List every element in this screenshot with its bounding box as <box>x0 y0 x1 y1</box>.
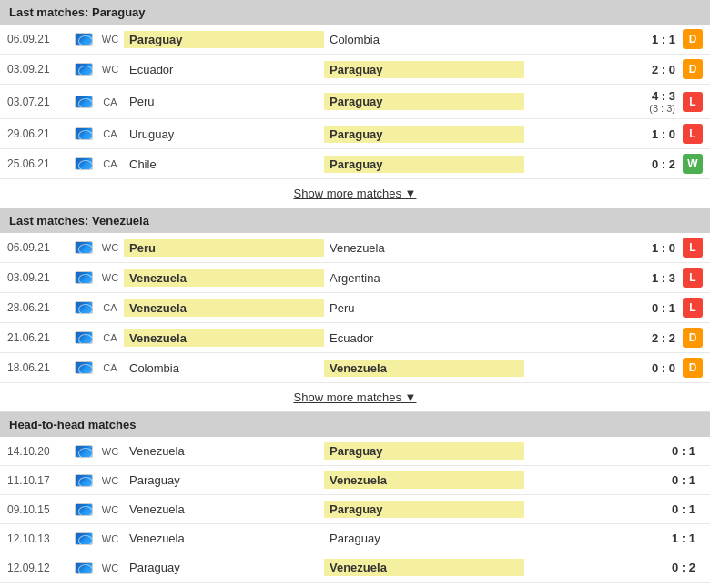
match-row: 03.07.21CAPeruParaguay4 : 3(3 : 3)L <box>0 85 710 119</box>
match-away-team: Paraguay <box>324 530 524 547</box>
match-home-team: Paraguay <box>124 559 324 576</box>
match-home-team: Venezuela <box>124 530 324 547</box>
match-date: 11.10.17 <box>7 474 71 487</box>
match-result-badge: L <box>683 238 703 258</box>
match-competition: CA <box>96 128 124 139</box>
match-competition: CA <box>96 96 124 107</box>
paraguay-show-more-link[interactable]: Show more matches ▼ <box>294 187 417 200</box>
match-away-team: Venezuela <box>324 559 524 576</box>
match-home-team: Venezuela <box>124 299 324 317</box>
venezuela-show-more-label: Show more matches <box>294 390 402 404</box>
h2h-match-list: 14.10.20WCVenezuelaParaguay0 : 111.10.17… <box>0 437 710 583</box>
world-flag-icon <box>75 157 93 170</box>
match-row: 29.06.21CAUruguayParaguay1 : 0L <box>0 119 710 149</box>
match-home-team: Venezuela <box>124 269 324 287</box>
match-date: 18.06.21 <box>7 361 71 374</box>
match-row: 28.06.21CAVenezuelaPeru0 : 1L <box>0 293 710 323</box>
world-flag-icon <box>75 63 93 76</box>
match-away-team: Paraguay <box>324 126 524 143</box>
match-result-badge: D <box>683 59 703 79</box>
match-date: 12.10.13 <box>7 532 71 545</box>
match-score: 0 : 2 <box>630 561 703 574</box>
match-competition: WC <box>96 504 124 515</box>
match-competition: WC <box>96 242 124 253</box>
match-away-team: Venezuela <box>324 471 524 489</box>
match-competition: CA <box>96 362 124 373</box>
match-date: 25.06.21 <box>7 157 71 170</box>
match-score: 1 : 3 <box>610 271 683 285</box>
match-result-badge: L <box>683 92 703 112</box>
world-flag-icon <box>75 271 93 284</box>
paraguay-section: Last matches: Paraguay 06.09.21WCParagua… <box>0 0 710 208</box>
match-score: 0 : 1 <box>630 473 703 487</box>
match-flag <box>71 127 96 140</box>
world-flag-icon <box>75 33 93 46</box>
h2h-section: Head-to-head matches 14.10.20WCVenezuela… <box>0 412 710 583</box>
match-home-team: Peru <box>124 239 324 257</box>
match-score: 0 : 0 <box>610 361 683 375</box>
match-competition: CA <box>96 332 124 343</box>
match-home-team: Venezuela <box>124 329 324 347</box>
match-home-team: Paraguay <box>124 31 324 48</box>
world-flag-icon <box>75 562 93 574</box>
match-competition: WC <box>96 446 124 457</box>
match-away-team: Paraguay <box>324 156 524 173</box>
match-row: 14.10.20WCVenezuelaParaguay0 : 1 <box>0 437 710 466</box>
match-result-badge: D <box>683 29 703 49</box>
match-competition: WC <box>96 475 124 486</box>
match-date: 21.06.21 <box>7 331 71 344</box>
match-flag <box>71 331 96 344</box>
match-date: 29.06.21 <box>7 127 71 140</box>
match-away-team: Venezuela <box>324 239 524 257</box>
h2h-section-header: Head-to-head matches <box>0 412 710 437</box>
match-competition: WC <box>96 64 124 75</box>
match-flag <box>71 301 96 314</box>
match-score: 1 : 0 <box>610 241 683 255</box>
match-date: 12.09.12 <box>7 562 71 574</box>
match-competition: WC <box>96 34 124 45</box>
match-flag <box>71 157 96 170</box>
match-home-team: Paraguay <box>124 471 324 489</box>
match-flag <box>71 241 96 254</box>
world-flag-icon <box>75 532 93 545</box>
match-flag <box>71 96 96 108</box>
match-away-team: Peru <box>324 299 524 317</box>
match-flag <box>71 532 96 545</box>
match-away-team: Argentina <box>324 269 524 287</box>
venezuela-show-more-row: Show more matches ▼ <box>0 383 710 412</box>
match-flag <box>71 33 96 46</box>
match-row: 03.09.21WCVenezuelaArgentina1 : 3L <box>0 263 710 293</box>
match-competition: CA <box>96 158 124 169</box>
match-competition: WC <box>96 563 124 573</box>
match-flag <box>71 445 96 458</box>
match-home-team: Venezuela <box>124 442 324 460</box>
match-home-team: Venezuela <box>124 501 324 518</box>
venezuela-show-more-link[interactable]: Show more matches ▼ <box>294 390 417 404</box>
paraguay-section-header: Last matches: Paraguay <box>0 0 710 25</box>
match-score: 2 : 2 <box>610 331 683 345</box>
match-score: 4 : 3(3 : 3) <box>610 89 683 114</box>
match-date: 28.06.21 <box>7 301 71 314</box>
match-home-team: Colombia <box>124 360 324 377</box>
world-flag-icon <box>75 361 93 374</box>
match-score: 0 : 1 <box>630 502 703 516</box>
match-row: 03.09.21WCEcuadorParaguay2 : 0D <box>0 55 710 85</box>
match-competition: CA <box>96 302 124 313</box>
match-row: 18.06.21CAColombiaVenezuela0 : 0D <box>0 353 710 383</box>
match-flag <box>71 271 96 284</box>
venezuela-section-title: Last matches: Venezuela <box>9 214 149 228</box>
match-home-team: Chile <box>124 156 324 173</box>
match-result-badge: L <box>683 124 703 144</box>
match-score: 1 : 1 <box>630 532 703 545</box>
match-away-team: Paraguay <box>324 501 524 518</box>
match-result-badge: L <box>683 268 703 288</box>
match-flag <box>71 361 96 374</box>
match-flag <box>71 562 96 574</box>
match-away-team: Colombia <box>324 31 524 48</box>
world-flag-icon <box>75 503 93 516</box>
match-date: 03.09.21 <box>7 63 71 76</box>
match-home-team: Peru <box>124 93 324 110</box>
world-flag-icon <box>75 241 93 254</box>
match-competition: WC <box>96 272 124 283</box>
venezuela-section: Last matches: Venezuela 06.09.21WCPeruVe… <box>0 208 710 412</box>
